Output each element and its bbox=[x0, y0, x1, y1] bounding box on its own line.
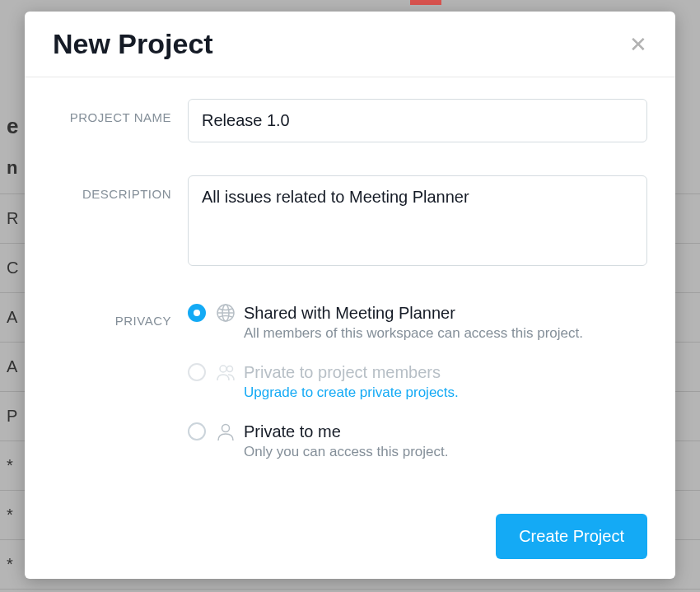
person-icon bbox=[216, 422, 236, 441]
description-label: DESCRIPTION bbox=[53, 175, 188, 201]
create-project-button[interactable]: Create Project bbox=[496, 514, 647, 559]
privacy-option-me[interactable]: Private to me Only you can access this p… bbox=[188, 421, 647, 460]
radio-button[interactable] bbox=[188, 422, 206, 441]
privacy-option-subtitle: All members of this workspace can access… bbox=[244, 325, 647, 342]
project-name-row: PROJECT NAME bbox=[53, 99, 647, 142]
svg-point-5 bbox=[222, 425, 230, 432]
modal-header: New Project ✕ bbox=[25, 12, 675, 77]
privacy-option-subtitle: Only you can access this project. bbox=[244, 444, 647, 460]
radio-button bbox=[188, 363, 206, 381]
privacy-option-title: Private to me bbox=[244, 421, 647, 442]
close-icon[interactable]: ✕ bbox=[629, 34, 647, 55]
upgrade-link[interactable]: Upgrade to create private projects. bbox=[244, 385, 647, 401]
privacy-option-title: Private to project members bbox=[244, 361, 647, 383]
radio-button[interactable] bbox=[188, 304, 206, 322]
modal-body: PROJECT NAME DESCRIPTION All issues rela… bbox=[25, 77, 675, 502]
privacy-row: PRIVACY Shared with Meeting Planner bbox=[53, 302, 647, 468]
privacy-label: PRIVACY bbox=[53, 302, 188, 328]
privacy-option-title: Shared with Meeting Planner bbox=[244, 302, 647, 324]
modal-title: New Project bbox=[53, 28, 213, 60]
people-icon bbox=[216, 362, 236, 382]
description-row: DESCRIPTION All issues related to Meetin… bbox=[53, 175, 647, 269]
svg-point-4 bbox=[227, 366, 233, 372]
new-project-modal: New Project ✕ PROJECT NAME DESCRIPTION A… bbox=[25, 12, 675, 579]
privacy-option-members: Private to project members Upgrade to cr… bbox=[188, 361, 647, 401]
globe-icon bbox=[216, 303, 236, 323]
description-input[interactable]: All issues related to Meeting Planner bbox=[188, 175, 647, 266]
project-name-input[interactable] bbox=[188, 99, 647, 142]
project-name-label: PROJECT NAME bbox=[53, 99, 188, 124]
svg-point-3 bbox=[220, 366, 226, 372]
modal-footer: Create Project bbox=[25, 502, 675, 579]
privacy-option-shared[interactable]: Shared with Meeting Planner All members … bbox=[188, 302, 647, 342]
